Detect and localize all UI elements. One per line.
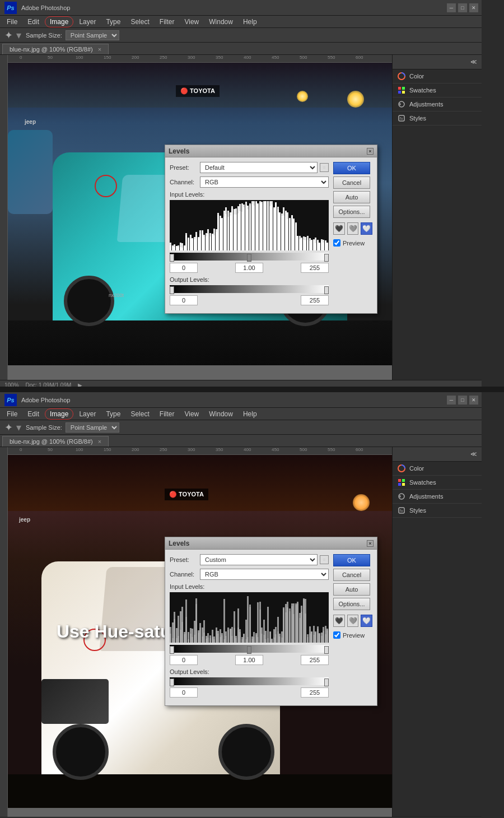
svg-rect-2 bbox=[402, 87, 405, 90]
auto-btn-top[interactable]: Auto bbox=[333, 191, 370, 203]
input-min-bottom[interactable] bbox=[170, 655, 198, 665]
tab-close-top[interactable]: × bbox=[98, 46, 101, 53]
channel-select-top[interactable]: RGB bbox=[200, 176, 329, 188]
menu-window-top[interactable]: Window bbox=[204, 17, 237, 27]
menu-layer-top[interactable]: Layer bbox=[74, 17, 100, 27]
close-btn-bottom[interactable]: ✕ bbox=[469, 396, 478, 405]
eyedropper-white-bottom[interactable]: 🤍 bbox=[361, 615, 372, 627]
tab-close-bottom[interactable]: × bbox=[98, 438, 101, 445]
ok-btn-bottom[interactable]: OK bbox=[333, 554, 370, 566]
eyedropper-tool-bottom: ✦ bbox=[4, 421, 13, 434]
menu-image-bottom[interactable]: Image bbox=[45, 408, 73, 420]
floor-bg bbox=[8, 320, 392, 365]
ruler-tick-400: 400 bbox=[243, 55, 271, 60]
menu-edit-bottom[interactable]: Edit bbox=[23, 409, 44, 419]
sample-size-select-bottom[interactable]: Point Sample bbox=[66, 422, 119, 433]
minimize-btn-bottom[interactable]: ─ bbox=[447, 396, 456, 405]
close-btn-top[interactable]: ✕ bbox=[469, 3, 478, 12]
output-slider-white-bottom[interactable] bbox=[324, 678, 329, 686]
menu-file-bottom[interactable]: File bbox=[2, 409, 22, 419]
menu-type-top[interactable]: Type bbox=[101, 17, 125, 27]
levels-titlebar-top[interactable]: Levels × bbox=[165, 145, 377, 157]
preset-menu-btn-top[interactable]: ≡ bbox=[320, 163, 329, 172]
menu-view-top[interactable]: View bbox=[180, 17, 203, 27]
panel-swatches-bottom[interactable]: Swatches bbox=[393, 476, 482, 490]
menu-image-top[interactable]: Image bbox=[45, 16, 73, 27]
panel-color-top[interactable]: Color bbox=[393, 69, 482, 83]
bottom-document-tab[interactable]: blue-nx.jpg @ 100% (RGB/8#) × bbox=[2, 436, 109, 447]
input-mid-bottom[interactable] bbox=[235, 655, 263, 665]
input-slider-black-top[interactable] bbox=[170, 254, 174, 262]
menu-help-bottom[interactable]: Help bbox=[239, 409, 262, 419]
output-slider-bottom[interactable] bbox=[170, 677, 329, 685]
input-slider-bottom[interactable] bbox=[170, 645, 329, 653]
input-min-top[interactable] bbox=[170, 263, 198, 273]
preset-select-top[interactable]: Default bbox=[200, 162, 318, 173]
menu-window-bottom[interactable]: Window bbox=[204, 409, 237, 419]
output-slider-black-bottom[interactable] bbox=[170, 678, 174, 686]
levels-left-top: Preset: Default ≡ Channel: RGB bbox=[170, 162, 329, 309]
menu-file-top[interactable]: File bbox=[2, 17, 22, 27]
preset-select-bottom[interactable]: Custom bbox=[200, 554, 318, 565]
restore-btn-top[interactable]: □ bbox=[458, 3, 467, 12]
menu-help-top[interactable]: Help bbox=[239, 17, 262, 27]
panel-adjustments-bottom[interactable]: Adjustments bbox=[393, 490, 482, 504]
output-max-top[interactable] bbox=[301, 295, 329, 305]
input-slider-mid-bottom[interactable] bbox=[247, 646, 251, 654]
minimize-btn-top[interactable]: ─ bbox=[447, 3, 456, 12]
output-slider-top[interactable] bbox=[170, 285, 329, 293]
eyedropper-gray-top[interactable]: 🩶 bbox=[347, 222, 359, 235]
cancel-btn-top[interactable]: Cancel bbox=[333, 176, 370, 189]
styles-icon-bottom: fx bbox=[397, 506, 406, 515]
panel-styles-bottom[interactable]: fx Styles bbox=[393, 504, 482, 518]
input-slider-white-bottom[interactable] bbox=[324, 646, 329, 654]
input-slider-black-bottom[interactable] bbox=[170, 646, 174, 654]
menu-layer-bottom[interactable]: Layer bbox=[74, 409, 100, 419]
eyedropper-white-top[interactable]: 🤍 bbox=[361, 222, 372, 235]
restore-btn-bottom[interactable]: □ bbox=[458, 396, 467, 405]
eyedropper-black-bottom[interactable]: 🖤 bbox=[333, 615, 345, 627]
output-slider-black-top[interactable] bbox=[170, 286, 174, 294]
levels-close-bottom[interactable]: × bbox=[367, 540, 374, 547]
panel-styles-top[interactable]: fx Styles bbox=[393, 111, 482, 126]
menu-select-top[interactable]: Select bbox=[126, 17, 153, 27]
channel-select-bottom[interactable]: RGB bbox=[200, 569, 329, 580]
panel-adjustments-top[interactable]: Adjustments bbox=[393, 97, 482, 111]
bottom-panel-collapse[interactable]: ≪ bbox=[393, 447, 482, 462]
levels-close-top[interactable]: × bbox=[367, 148, 374, 155]
output-min-bottom[interactable] bbox=[170, 687, 198, 698]
output-slider-white-top[interactable] bbox=[324, 286, 329, 294]
options-btn-top[interactable]: Options... bbox=[333, 206, 370, 218]
top-document-tab[interactable]: blue-nx.jpg @ 100% (RGB/8#) × bbox=[2, 44, 109, 54]
panel-swatches-top[interactable]: Swatches bbox=[393, 83, 482, 97]
ok-btn-top[interactable]: OK bbox=[333, 162, 370, 174]
menu-type-bottom[interactable]: Type bbox=[101, 409, 125, 419]
menu-filter-bottom[interactable]: Filter bbox=[155, 409, 179, 419]
input-max-top[interactable] bbox=[301, 263, 329, 273]
ruler-tick-250: 250 bbox=[159, 55, 187, 60]
output-max-bottom[interactable] bbox=[301, 687, 329, 698]
preset-menu-btn-bottom[interactable]: ≡ bbox=[320, 555, 329, 564]
preview-check-top[interactable] bbox=[333, 239, 340, 247]
levels-titlebar-bottom[interactable]: Levels × bbox=[165, 537, 377, 550]
menu-select-bottom[interactable]: Select bbox=[126, 409, 153, 419]
sample-size-select-top[interactable]: Point Sample bbox=[66, 30, 119, 40]
panel-color-bottom[interactable]: Color bbox=[393, 462, 482, 476]
menu-filter-top[interactable]: Filter bbox=[155, 17, 179, 27]
input-max-bottom[interactable] bbox=[301, 655, 329, 665]
eyedropper-black-top[interactable]: 🖤 bbox=[333, 222, 345, 235]
menu-edit-top[interactable]: Edit bbox=[23, 17, 44, 27]
auto-btn-bottom[interactable]: Auto bbox=[333, 583, 370, 596]
top-panel-collapse[interactable]: ≪ bbox=[393, 55, 482, 69]
eyedropper-gray-bottom[interactable]: 🩶 bbox=[347, 615, 359, 627]
cancel-btn-bottom[interactable]: Cancel bbox=[333, 569, 370, 581]
input-slider-white-top[interactable] bbox=[324, 254, 329, 262]
input-slider-mid-top[interactable] bbox=[247, 254, 251, 262]
input-slider-top[interactable] bbox=[170, 253, 329, 261]
input-mid-top[interactable] bbox=[235, 263, 263, 273]
preview-check-bottom[interactable] bbox=[333, 631, 340, 639]
menu-view-bottom[interactable]: View bbox=[180, 409, 203, 419]
output-min-top[interactable] bbox=[170, 295, 198, 305]
swatches-icon-top bbox=[397, 86, 406, 95]
options-btn-bottom[interactable]: Options... bbox=[333, 598, 370, 610]
